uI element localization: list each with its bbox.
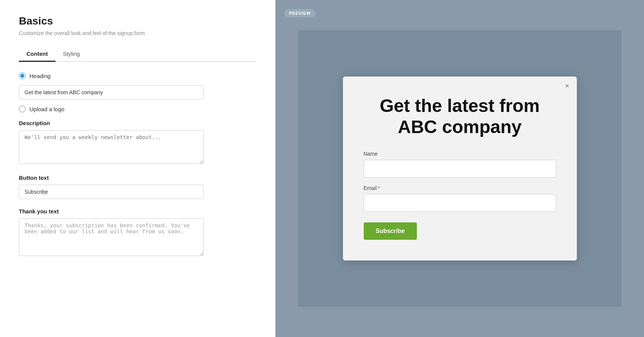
modal-email-label: Email* bbox=[364, 185, 556, 191]
modal-email-field: Email* bbox=[364, 185, 556, 212]
tabs-container: Content Styling bbox=[19, 47, 257, 62]
radio-heading-label: Heading bbox=[29, 73, 51, 79]
button-text-group: Button text bbox=[19, 175, 257, 199]
radio-logo-input[interactable] bbox=[19, 106, 26, 112]
modal-name-input[interactable] bbox=[364, 160, 556, 178]
panel-title: Basics bbox=[19, 15, 257, 27]
radio-group: Heading Upload a logo bbox=[19, 72, 257, 112]
right-panel: PREVIEW × Get the latest from ABC compan… bbox=[275, 0, 644, 337]
preview-badge: PREVIEW bbox=[284, 9, 315, 17]
thank-you-textarea[interactable] bbox=[19, 218, 204, 256]
description-group: Description bbox=[19, 120, 257, 165]
panel-subtitle: Customize the overall look and feel of t… bbox=[19, 30, 257, 36]
required-asterisk: * bbox=[378, 185, 380, 191]
modal-heading: Get the latest from ABC company bbox=[364, 95, 556, 137]
modal-subscribe-button[interactable]: Subscribe bbox=[364, 222, 417, 240]
button-text-input[interactable] bbox=[19, 185, 204, 199]
modal-name-field: Name bbox=[364, 151, 556, 178]
description-label: Description bbox=[19, 120, 257, 126]
modal-close-button[interactable]: × bbox=[565, 83, 569, 89]
heading-input[interactable] bbox=[19, 85, 204, 100]
radio-heading-input[interactable] bbox=[19, 72, 26, 79]
radio-logo-item[interactable]: Upload a logo bbox=[19, 106, 257, 112]
tab-content[interactable]: Content bbox=[19, 47, 55, 62]
tab-styling[interactable]: Styling bbox=[55, 47, 88, 62]
radio-logo-label: Upload a logo bbox=[29, 106, 65, 112]
button-text-label: Button text bbox=[19, 175, 257, 181]
modal-name-label: Name bbox=[364, 151, 556, 157]
preview-modal: × Get the latest from ABC company Name E… bbox=[343, 77, 577, 260]
thank-you-label: Thank you text bbox=[19, 208, 257, 214]
radio-heading-item[interactable]: Heading bbox=[19, 72, 257, 79]
left-panel: Basics Customize the overall look and fe… bbox=[0, 0, 275, 337]
thank-you-group: Thank you text bbox=[19, 208, 257, 257]
heading-input-group bbox=[19, 85, 257, 100]
description-textarea[interactable] bbox=[19, 130, 204, 164]
modal-email-input[interactable] bbox=[364, 194, 556, 212]
